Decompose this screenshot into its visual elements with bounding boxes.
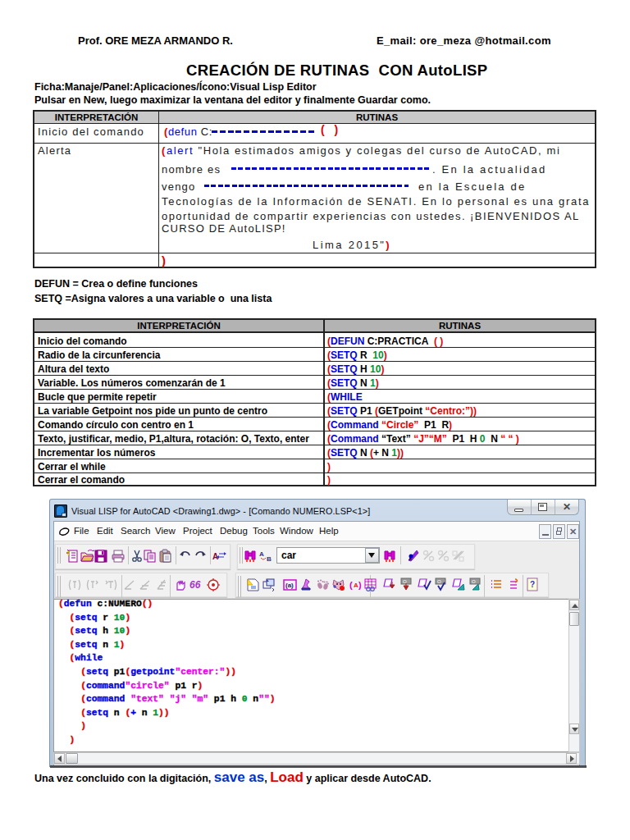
svg-text:(a): (a) [285,582,294,589]
svg-text:A: A [259,550,264,558]
svg-text:B: B [267,555,272,563]
svg-text:O: O [472,579,476,584]
svg-text:): ) [358,580,362,590]
svg-text:?: ? [530,580,535,589]
svg-text:66: 66 [189,579,201,591]
svg-text:O: O [437,579,441,584]
svg-text:(: ( [349,580,353,590]
